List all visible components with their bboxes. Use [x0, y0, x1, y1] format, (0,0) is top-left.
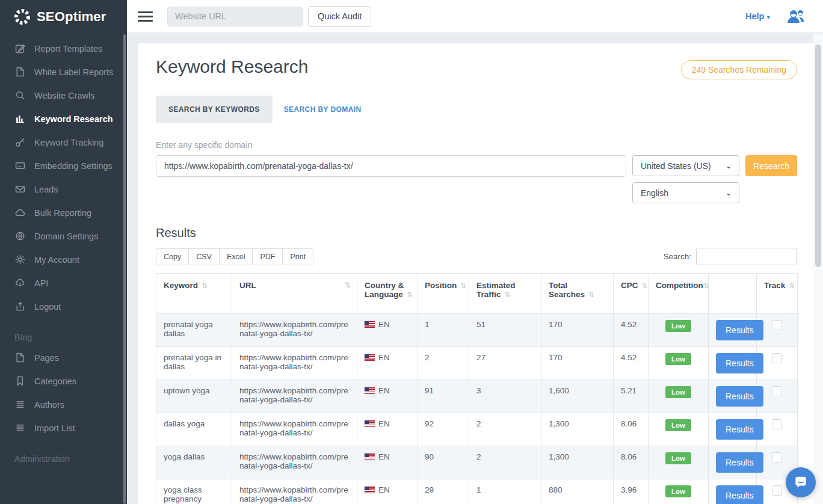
sidebar-item-website-crawls[interactable]: Website Crawls — [0, 84, 127, 107]
sort-icon: ⇅ — [789, 281, 795, 290]
sort-icon: ⇅ — [345, 281, 351, 289]
col-header-estimated-traffic[interactable]: Estimated Traffic⇅ — [469, 274, 541, 314]
help-dropdown[interactable]: Help ▾ — [745, 11, 770, 21]
sidebar-nav: Report Templates White Label Reports Web… — [0, 33, 127, 467]
table-row: dallas yoga https://www.kopabirth.com/pr… — [156, 413, 798, 446]
sidebar-item-authors[interactable]: Authors — [0, 393, 127, 416]
results-button[interactable]: Results — [716, 353, 763, 373]
sidebar-item-my-account[interactable]: My Account — [0, 248, 127, 271]
col-header-results — [709, 274, 757, 314]
competition-cell: Low — [649, 380, 709, 413]
keyword-cell: yoga class pregnancy — [156, 479, 232, 504]
results-cell: Results — [709, 347, 757, 380]
table-row: yoga class pregnancy https://www.kopabir… — [156, 479, 798, 504]
keyword-cell: prenatal yoga dallas — [156, 314, 232, 347]
sidebar-item-label: Pages — [34, 353, 59, 363]
sidebar-item-logout[interactable]: Logout — [0, 295, 127, 318]
col-header-country-language[interactable]: Country & Language⇅ — [357, 274, 418, 314]
scrollbar-thumb[interactable] — [815, 45, 821, 267]
searches-cell: 1,600 — [541, 380, 614, 413]
sidebar-item-domain-settings[interactable]: Domain Settings — [0, 224, 127, 248]
pdf-button[interactable]: PDF — [252, 248, 283, 265]
results-button[interactable]: Results — [716, 386, 763, 407]
research-button[interactable]: Research — [745, 155, 797, 176]
searches-cell: 170 — [541, 314, 614, 347]
us-flag-icon — [365, 487, 375, 493]
brand-logo[interactable]: SEOptimer — [0, 0, 127, 33]
sidebar-scrollbar[interactable] — [123, 34, 126, 504]
cloud-api-icon — [14, 278, 25, 288]
col-header-keyword[interactable]: Keyword⇅ — [156, 274, 232, 314]
cloud-icon — [14, 207, 25, 218]
col-header-competition[interactable]: Competition⇅ — [649, 274, 709, 314]
domain-input[interactable] — [156, 155, 626, 177]
sidebar-item-bulk-reporting[interactable]: Bulk Reporting — [0, 201, 127, 224]
table-row: yoga dallas https://www.kopabirth.com/pr… — [156, 446, 798, 479]
col-header-position[interactable]: Position⇅ — [418, 274, 469, 314]
sidebar-item-label: Bulk Reporting — [34, 208, 91, 218]
excel-button[interactable]: Excel — [219, 248, 253, 265]
track-checkbox[interactable] — [772, 419, 782, 429]
competition-cell: Low — [649, 413, 709, 446]
table-row: uptown yoga https://www.kopabirth.com/pr… — [156, 380, 798, 413]
domain-input-label: Enter any specific domain — [156, 140, 797, 150]
gear-icon — [14, 254, 25, 265]
sidebar-item-keyword-research[interactable]: Keyword Research — [0, 107, 127, 131]
track-checkbox[interactable] — [772, 320, 782, 330]
country-select-value: United States (US) — [641, 161, 711, 171]
sidebar-item-label: Website Crawls — [34, 91, 94, 100]
website-url-input[interactable] — [167, 7, 303, 26]
sidebar-item-categories[interactable]: Categories — [0, 369, 127, 393]
copy-button[interactable]: Copy — [156, 248, 189, 265]
cpc-cell: 5.21 — [614, 380, 649, 413]
position-cell: 1 — [418, 314, 469, 347]
table-search-input[interactable] — [696, 248, 797, 265]
col-header-total-searches[interactable]: Total Searches⇅ — [541, 274, 614, 314]
track-checkbox[interactable] — [772, 386, 782, 396]
hamburger-menu-icon[interactable] — [138, 11, 153, 22]
col-header-url[interactable]: URL⇅ — [232, 274, 357, 314]
search-label: Search: — [663, 252, 691, 261]
cpc-cell: 8.06 — [614, 446, 649, 479]
language-select[interactable]: English ⌄ — [632, 182, 739, 203]
keyword-cell: dallas yoga — [156, 413, 232, 446]
sidebar-item-label: White Label Reports — [34, 67, 113, 77]
competition-badge: Low — [665, 419, 691, 431]
sidebar-item-report-templates[interactable]: Report Templates — [0, 37, 127, 60]
competition-cell: Low — [649, 479, 709, 504]
results-cell: Results — [709, 413, 757, 446]
sidebar-item-white-label-reports[interactable]: White Label Reports — [0, 60, 127, 84]
tab-search-by-keywords[interactable]: SEARCH BY KEYWORDS — [156, 96, 273, 123]
results-cell: Results — [709, 314, 757, 347]
print-button[interactable]: Print — [282, 248, 313, 265]
list-icon — [14, 399, 25, 410]
sidebar-item-leads[interactable]: Leads — [0, 177, 127, 201]
sidebar-item-label: API — [34, 278, 48, 288]
quick-audit-button[interactable]: Quick Audit — [308, 6, 371, 27]
chat-widget-button[interactable] — [786, 467, 816, 497]
country-select[interactable]: United States (US) ⌄ — [632, 155, 739, 176]
col-header-track[interactable]: Track⇅ — [757, 274, 798, 314]
chevron-down-icon: ⌄ — [726, 189, 732, 197]
sidebar-item-embedding-settings[interactable]: Embedding Settings — [0, 154, 127, 177]
results-button[interactable]: Results — [716, 419, 763, 440]
sidebar-item-import-list[interactable]: Import List — [0, 416, 127, 440]
competition-badge: Low — [665, 386, 691, 398]
results-button[interactable]: Results — [716, 320, 763, 340]
results-button[interactable]: Results — [716, 485, 763, 504]
url-cell: https://www.kopabirth.com/prenatal-yoga-… — [232, 314, 357, 347]
track-checkbox[interactable] — [772, 485, 782, 496]
sidebar-item-label: Domain Settings — [34, 232, 98, 241]
tab-search-by-domain[interactable]: SEARCH BY DOMAIN — [273, 96, 373, 123]
track-checkbox[interactable] — [772, 452, 782, 463]
users-icon[interactable] — [786, 8, 806, 24]
sidebar-item-pages[interactable]: Pages — [0, 346, 127, 369]
topbar: Quick Audit Help ▾ — [127, 0, 823, 33]
sidebar-item-api[interactable]: API — [0, 271, 127, 295]
sidebar-item-keyword-tracking[interactable]: Keyword Tracking — [0, 131, 127, 154]
sidebar-item-label: Keyword Research — [34, 114, 113, 124]
csv-button[interactable]: CSV — [188, 248, 220, 265]
col-header-cpc[interactable]: CPC⇅ — [614, 274, 649, 314]
track-checkbox[interactable] — [772, 353, 782, 363]
results-button[interactable]: Results — [716, 452, 763, 473]
